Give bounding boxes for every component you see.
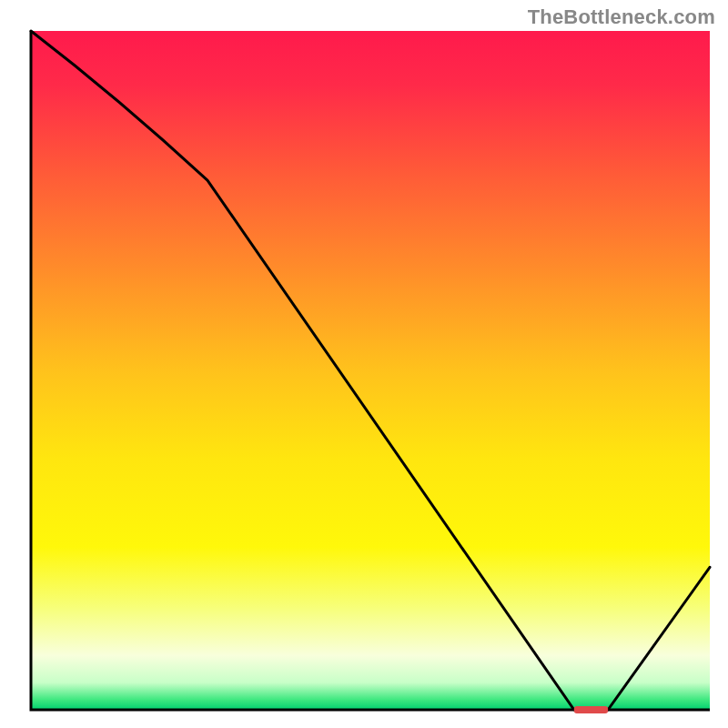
- chart-stage: TheBottleneck.com: [0, 0, 728, 728]
- plot-background: [31, 31, 710, 710]
- optimal-range-marker: [574, 706, 608, 713]
- bottleneck-chart: [0, 0, 728, 728]
